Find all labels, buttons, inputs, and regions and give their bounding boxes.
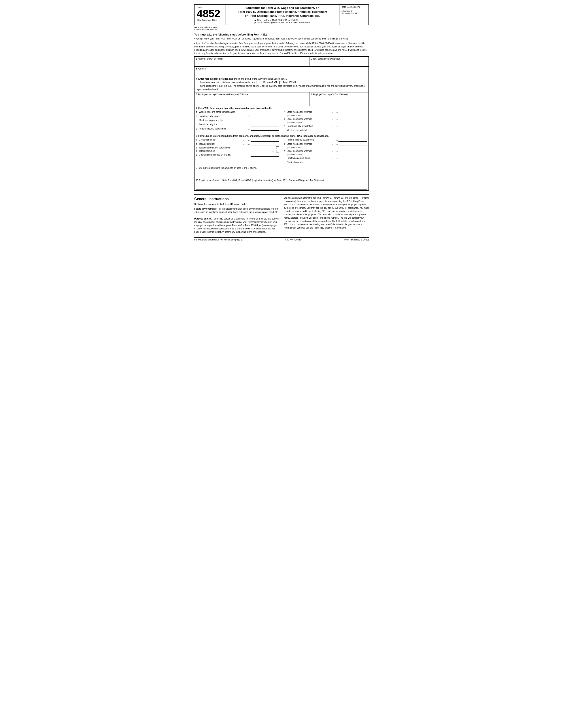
field6-cell: 6 Employer's or payer's TIN (if known)	[310, 92, 369, 106]
goto-line: ▶ Go to www.irs.gov/Form4852 for the lat…	[254, 21, 311, 24]
checkbox-8d[interactable]	[276, 150, 279, 152]
field7c-input[interactable]	[250, 119, 279, 122]
field8i-input[interactable]	[339, 156, 367, 160]
field4-bold-text: Enter year in space provided and check o…	[198, 78, 249, 80]
field6-input[interactable]	[311, 96, 367, 105]
field7i-row: i Medicare tax withheld . . . . .	[284, 129, 367, 132]
field8e-text: Capital gain (included on line 8b) .	[199, 154, 250, 156]
field1-cell: 1 Name(s) shown on return	[194, 57, 310, 66]
field3-input[interactable]	[196, 70, 367, 75]
field8j-text: Distribution codes	[287, 161, 332, 163]
field7d-row: d Social security tips . . . . .	[196, 123, 279, 126]
field7c-row: c Medicare wages and tips . . . .	[196, 119, 279, 122]
field5-label: 5 Employer's or payer's name, address, a…	[196, 93, 248, 96]
field8d-letter: d	[196, 150, 199, 152]
footer-form: Form 4852 (Rev. 9-2020)	[344, 238, 369, 241]
row-7: 7 Form W-2. Enter wages, tips, other com…	[194, 106, 369, 134]
field7i-input[interactable]	[339, 129, 367, 132]
field8b-letter: b	[196, 143, 199, 145]
field8c-letter: c	[196, 146, 199, 149]
field8c-text: Taxable amount not determined	[199, 146, 274, 149]
field7h-input[interactable]	[339, 124, 367, 128]
field8a-text: Gross distribution	[199, 139, 242, 141]
field7f-text: State income tax withheld	[287, 111, 332, 113]
field9-input[interactable]	[196, 171, 367, 177]
dept-row: Department of the Treasury Internal Reve…	[194, 26, 369, 31]
field2-cell: 2 Your social security number	[310, 57, 369, 66]
field10-label: 10 Explain your efforts to obtain Form W…	[196, 179, 325, 182]
field4-1099r: Form 1099-R.	[283, 81, 297, 84]
field2-input[interactable]	[311, 60, 367, 65]
field8-heading: Form 1099-R.	[198, 135, 212, 137]
field7f-input[interactable]	[339, 110, 367, 114]
field8i-text: Employee contributions	[287, 157, 332, 159]
field8b-input[interactable]	[250, 142, 279, 146]
field8j-input[interactable]	[339, 161, 367, 164]
field8f-input[interactable]	[339, 138, 367, 142]
field7a-letter: a	[196, 111, 199, 113]
field8g-input[interactable]	[339, 142, 367, 146]
col-left-8: a Gross distribution . . . . . . b Taxab…	[196, 138, 279, 165]
field1-label: 1 Name(s) shown on return	[196, 58, 222, 60]
sequence-label: Sequence No. 04	[342, 12, 367, 14]
field8g-text: State income tax withheld	[287, 143, 332, 145]
row-9: 9 How did you determine the amounts on l…	[194, 166, 369, 178]
field7d-input[interactable]	[250, 123, 279, 126]
gi-heading: General Instructions	[194, 196, 279, 202]
field7h-row: h Social security tax withheld . . . . .	[284, 124, 367, 128]
field7i-text: Medicare tax withheld	[287, 129, 332, 131]
col-right-8: f Federal income tax withheld . . . . g …	[284, 138, 367, 165]
attach-line: ▶ Attach to Form 1040, 1040-SR, or 1040-…	[254, 19, 311, 21]
field7a-input[interactable]	[250, 110, 279, 114]
checkbox-1099r[interactable]	[279, 81, 282, 84]
field7c-letter: c	[196, 119, 199, 122]
field7g-text: Local income tax withheld	[287, 118, 332, 120]
field8a-input[interactable]	[250, 138, 279, 142]
title-line1: Substitute for Form W-2, Wage and Tax St…	[246, 6, 319, 9]
field7b-text: Social security wages	[199, 115, 244, 117]
gi-left: General Instructions Section references …	[194, 196, 279, 234]
general-instructions: General Instructions Section references …	[194, 194, 369, 234]
row-8: 8 Form 1099-R. Enter distributions from …	[194, 134, 369, 166]
rev-date: (Rev. September 2020)	[197, 19, 217, 21]
field7e-input[interactable]	[250, 127, 279, 131]
gi-purpose-bold: Purpose of form.	[194, 218, 212, 220]
title-line3: or Profit-Sharing Plans, IRAs, Insurance…	[245, 14, 320, 17]
form-4852-number: 4852	[197, 8, 220, 19]
must-take-heading: You must take the following steps before…	[194, 33, 369, 36]
field8f-letter: f	[284, 139, 287, 141]
field8h-input[interactable]	[339, 149, 367, 153]
checkbox-8c[interactable]	[276, 146, 279, 149]
row-8-cols: a Gross distribution . . . . . . b Taxab…	[196, 138, 367, 165]
field1-input[interactable]	[196, 60, 308, 65]
field9-label: 9 How did you determine the amounts on l…	[196, 167, 257, 169]
field7g-input[interactable]	[339, 117, 367, 121]
field2-label: 2 Your social security number	[311, 58, 340, 60]
field4-w2: Form W-2	[263, 81, 273, 84]
field8h-row: h Local income tax withheld . . . . .	[284, 149, 367, 153]
omb-block: OMB No. 1545-0074 Attachment Sequence No…	[340, 5, 369, 25]
gi-section-ref: Section references are to the Internal R…	[194, 203, 279, 206]
field7b-input[interactable]	[250, 114, 279, 118]
checkbox-w2[interactable]	[259, 81, 262, 84]
field5-input[interactable]	[196, 96, 308, 105]
title-block: Substitute for Form W-2, Wage and Tax St…	[225, 5, 340, 25]
field4-or: OR	[274, 81, 277, 84]
field8b-text: Taxable amount	[199, 143, 242, 145]
field8i-letter: i	[284, 157, 287, 159]
field8-heading-rest: Enter distributions from pensions, annui…	[213, 135, 329, 137]
dept-line1: Department of the Treasury	[194, 26, 218, 28]
gi-purpose: Purpose of form. Form 4852 serves as a s…	[194, 217, 279, 234]
field8e-row: e Capital gain (included on line 8b) .	[196, 153, 279, 157]
field8e-input[interactable]	[250, 153, 279, 157]
field10-input[interactable]	[196, 183, 367, 190]
field8d-row: d Total distribution . . . .	[196, 150, 279, 152]
field4-rest: For the tax year ending December 31, ___…	[250, 78, 300, 80]
field7b-row: b Social security wages . . . . .	[196, 114, 279, 118]
field7i-letter: i	[284, 129, 287, 131]
field7d-letter: d	[196, 123, 199, 126]
bullet2: • If you don't receive the missing or co…	[194, 42, 369, 55]
field7a-text: Wages, tips, and other compensation	[199, 111, 250, 113]
omb-label: OMB No. 1545-0074	[342, 6, 367, 8]
row-1-2: 1 Name(s) shown on return 2 Your social …	[194, 57, 369, 66]
